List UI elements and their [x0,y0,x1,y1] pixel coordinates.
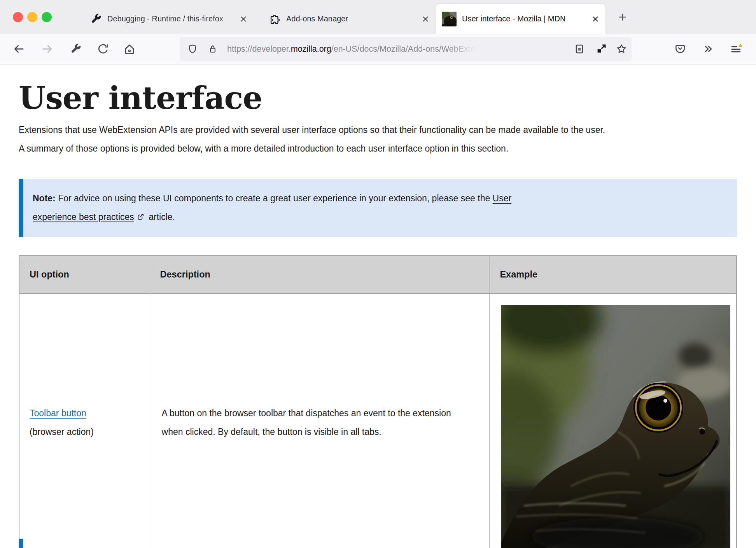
tab-addons-manager[interactable]: Add-ons Manager [254,4,436,34]
shield-icon[interactable] [186,42,199,56]
table-header-row: UI option Description Example [19,256,737,293]
tab-title: Add-ons Manager [286,14,403,23]
forward-icon[interactable] [40,42,54,56]
frog-example-image [501,305,730,548]
url-bar[interactable]: https://developer. mozilla.org /en-US/do… [180,37,632,61]
home-icon[interactable] [123,42,136,56]
clipped-blue-bar [19,539,23,548]
tab-title: Debugging - Runtime / this-firefox [107,14,238,23]
note-before-link: For advice on using these UI components … [56,193,493,203]
description-text: A button on the browser toolbar that dis… [162,404,473,441]
note-box: Note: For advice on using these UI compo… [19,179,737,237]
lock-icon[interactable] [206,42,219,56]
url-path: /en-US/docs/Mozilla/Add-ons/WebExten [331,44,480,54]
external-link-icon [136,213,145,221]
url-domain: mozilla.org [291,44,331,54]
navigation-toolbar: https://developer. mozilla.org /en-US/do… [0,34,756,65]
star-icon[interactable] [615,42,628,56]
column-header-example: Example [490,256,737,293]
ui-option-suffix: (browser action) [30,427,94,437]
close-icon[interactable] [239,14,248,24]
back-icon[interactable] [12,42,26,56]
ui-option-cell: Toolbar button (browser action) [19,293,150,548]
page-content: User interface Extensions that use WebEx… [0,65,756,548]
overflow-chevron-icon[interactable] [702,42,715,56]
close-icon[interactable] [591,14,600,24]
page-title: User interface [19,80,737,116]
menu-icon[interactable] [730,42,743,56]
close-icon[interactable] [421,14,430,24]
table-row: Toolbar button (browser action) A button… [19,293,737,548]
puzzle-icon [269,13,281,25]
wrench-icon [90,13,102,25]
window-minimize-button[interactable] [27,12,37,22]
screenshots-icon[interactable] [595,42,608,56]
window-close-button[interactable] [13,12,23,22]
tab-debugging[interactable]: Debugging - Runtime / this-firefox [70,4,254,34]
column-header-ui-option: UI option [19,256,150,293]
description-cell: A button on the browser toolbar that dis… [150,293,490,548]
note-text: Note: For advice on using these UI compo… [33,189,538,226]
url-text[interactable]: https://developer. mozilla.org /en-US/do… [227,44,573,54]
column-header-description: Description [150,256,490,293]
tab-title: User interface - Mozilla | MDN [462,14,579,23]
note-after-link: article. [146,212,175,222]
frog-eye [634,383,683,433]
pocket-icon[interactable] [674,42,687,56]
tab-user-interface[interactable]: User interface - Mozilla | MDN [436,4,606,34]
reload-icon[interactable] [96,42,110,56]
toolbar-button-link[interactable]: Toolbar button [30,408,86,418]
url-prefix: https://developer. [227,44,291,54]
reader-view-icon[interactable] [573,42,586,56]
example-cell [490,293,737,548]
update-badge [738,44,742,47]
ui-options-table: UI option Description Example Toolbar bu… [19,255,737,548]
note-label: Note: [33,193,56,203]
new-tab-button[interactable] [617,11,628,23]
wrench-icon[interactable] [69,42,82,56]
window-zoom-button[interactable] [42,12,52,22]
tab-bar: Debugging - Runtime / this-firefox Add-o… [0,0,756,34]
frog-favicon [442,12,457,26]
intro-paragraph: Extensions that use WebExtension APIs ar… [19,120,610,158]
